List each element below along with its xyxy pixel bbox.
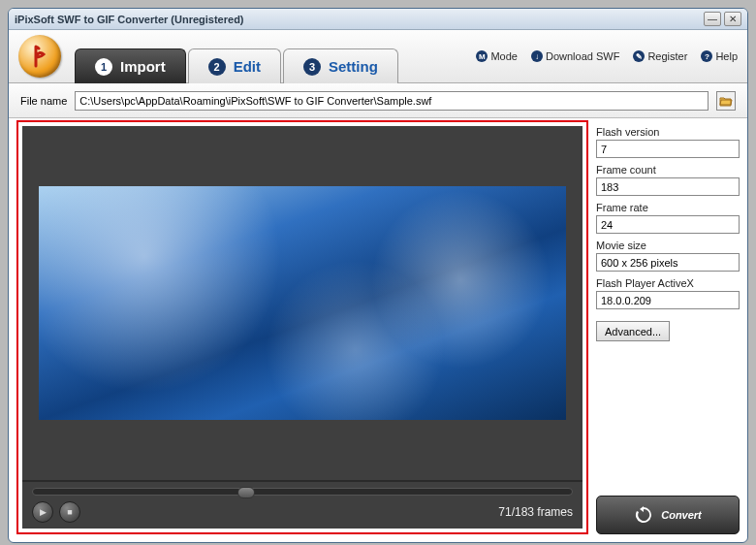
convert-button[interactable]: Convert	[596, 496, 740, 534]
control-row: ▶ ■ 71/183 frames	[32, 501, 573, 523]
tab-label: Edit	[234, 58, 261, 75]
tab-number: 1	[95, 58, 112, 76]
seek-thumb[interactable]	[237, 487, 255, 498]
minimize-button[interactable]: —	[704, 12, 721, 26]
register-link[interactable]: ✎Register	[633, 50, 687, 62]
frame-count-input[interactable]	[596, 177, 740, 196]
folder-open-icon	[719, 95, 733, 107]
header: 1 Import 2 Edit 3 Setting MMode ↓Downloa…	[9, 30, 747, 83]
help-link[interactable]: ?Help	[701, 50, 738, 62]
file-path-input[interactable]	[75, 91, 709, 111]
mode-icon: M	[476, 50, 488, 62]
browse-button[interactable]	[716, 91, 736, 111]
tab-number: 3	[303, 58, 321, 76]
key-icon: ✎	[633, 50, 645, 62]
tab-label: Import	[120, 58, 166, 75]
frame-rate-input[interactable]	[596, 215, 740, 234]
tab-label: Setting	[329, 58, 378, 75]
preview-panel: ▶ ■ 71/183 frames	[16, 120, 588, 534]
download-icon: ↓	[531, 50, 543, 62]
mode-link[interactable]: MMode	[476, 50, 518, 62]
frame-rate-field: Frame rate	[596, 202, 740, 234]
video-preview	[39, 186, 565, 420]
flash-version-input[interactable]	[596, 140, 740, 158]
titlebar: iPixSoft SWF to GIF Converter (Unregiste…	[9, 9, 747, 30]
tab-import[interactable]: 1 Import	[75, 48, 186, 83]
convert-label: Convert	[661, 509, 702, 521]
movie-size-field: Movie size	[596, 240, 740, 272]
close-button[interactable]: ✕	[724, 12, 741, 26]
movie-size-input[interactable]	[596, 253, 740, 272]
play-button[interactable]: ▶	[32, 501, 53, 523]
player-controls: ▶ ■ 71/183 frames	[22, 480, 583, 529]
content-area: ▶ ■ 71/183 frames Flash version Frame co…	[9, 118, 747, 542]
seek-bar[interactable]	[32, 488, 573, 496]
activex-field: Flash Player ActiveX	[596, 277, 740, 309]
app-logo-icon	[18, 35, 61, 78]
flash-version-field: Flash version	[596, 126, 740, 158]
file-name-label: File name	[20, 95, 67, 107]
top-links: MMode ↓Download SWF ✎Register ?Help	[476, 50, 738, 62]
frame-counter: 71/183 frames	[498, 505, 573, 519]
window-title: iPixSoft SWF to GIF Converter (Unregiste…	[15, 14, 701, 25]
tab-edit[interactable]: 2 Edit	[188, 48, 281, 83]
help-icon: ?	[701, 50, 712, 62]
file-toolbar: File name	[9, 83, 747, 118]
frame-count-field: Frame count	[596, 164, 740, 196]
tab-number: 2	[208, 58, 226, 76]
activex-input[interactable]	[596, 291, 740, 309]
info-sidebar: Flash version Frame count Frame rate Mov…	[596, 120, 740, 534]
stop-button[interactable]: ■	[59, 501, 80, 523]
advanced-button[interactable]: Advanced...	[596, 321, 670, 341]
download-swf-link[interactable]: ↓Download SWF	[531, 50, 619, 62]
app-window: iPixSoft SWF to GIF Converter (Unregiste…	[8, 8, 748, 543]
tab-setting[interactable]: 3 Setting	[283, 48, 398, 83]
main-tabs: 1 Import 2 Edit 3 Setting	[75, 30, 398, 82]
video-stage	[22, 126, 583, 480]
convert-icon	[634, 505, 653, 525]
